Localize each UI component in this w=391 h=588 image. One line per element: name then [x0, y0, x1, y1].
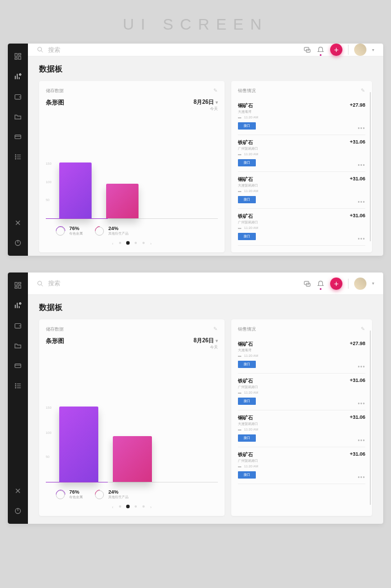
- search-input[interactable]: 搜索: [37, 279, 298, 288]
- date-picker[interactable]: 8月26日 ▾ 今天: [193, 98, 217, 112]
- ytick: 150: [46, 406, 51, 409]
- notification-dot: [320, 54, 322, 56]
- sale-amount: +31.06: [350, 139, 365, 145]
- main-area: 搜索 + ▾ 数据板 储存数据 ✎ 条形图 8月2: [28, 273, 383, 524]
- sale-amount: +31.06: [350, 414, 365, 420]
- sidebar-card-icon[interactable]: [13, 132, 23, 142]
- sale-item: 铁矿石 广州贸易港口 ▬ 11:20 AM 接口 +31.06 •••: [238, 135, 365, 172]
- bell-icon[interactable]: [317, 280, 325, 288]
- pager-next[interactable]: ›: [150, 505, 151, 509]
- more-icon[interactable]: •••: [357, 364, 365, 370]
- edit-icon[interactable]: ✎: [213, 88, 218, 94]
- sidebar-folder-icon[interactable]: [13, 112, 23, 122]
- legend-ring-icon: [95, 490, 104, 499]
- chart-title: 条形图: [46, 98, 64, 107]
- more-icon[interactable]: •••: [357, 400, 365, 407]
- ytick: 150: [46, 162, 51, 165]
- scrollbar[interactable]: [370, 92, 371, 241]
- sale-action-button[interactable]: 接口: [238, 361, 256, 368]
- chart-panel-header: 储存数据: [46, 88, 64, 94]
- sidebar-settings-icon[interactable]: [13, 486, 23, 496]
- sales-panel: 销售情况 ✎ 铜矿石 大连海湾 ▬ 11:20 AM 接口 +27.98 •••: [231, 319, 372, 516]
- search-input[interactable]: 搜索: [37, 46, 298, 54]
- pager-dot[interactable]: [119, 242, 121, 244]
- more-icon[interactable]: •••: [357, 474, 365, 480]
- sale-item: 铁矿石 广州贸易港口 ▬ 11:20 AM 接口 +31.06 •••: [238, 447, 365, 484]
- pager-prev[interactable]: ‹: [112, 505, 113, 509]
- avatar[interactable]: [354, 278, 366, 290]
- chevron-down-icon[interactable]: ▾: [372, 281, 374, 286]
- pager-dot[interactable]: [119, 505, 121, 508]
- more-icon[interactable]: •••: [357, 199, 365, 205]
- add-button[interactable]: +: [330, 44, 342, 56]
- sidebar-card-icon[interactable]: [13, 361, 23, 371]
- sidebar-analytics-icon[interactable]: [13, 300, 23, 310]
- svg-rect-1: [18, 54, 21, 55]
- edit-icon[interactable]: ✎: [361, 88, 365, 94]
- chat-icon[interactable]: [303, 280, 311, 288]
- bar-1: [59, 162, 92, 218]
- sidebar-wallet-icon[interactable]: [13, 321, 23, 331]
- svg-rect-6: [15, 135, 21, 139]
- sale-action-button[interactable]: 接口: [238, 159, 256, 166]
- edit-icon[interactable]: ✎: [361, 326, 365, 332]
- dashboard-window: 搜索 + ▾ 数据板 储存数据 ✎ 条形图 8月2: [8, 273, 383, 524]
- sidebar-list-icon[interactable]: [13, 152, 23, 162]
- page-title: 数据板: [39, 64, 372, 74]
- chart-panel: 储存数据 ✎ 条形图 8月26日 ▾ 今天 150 100 50: [39, 319, 225, 516]
- dashboard-window: 搜索 + ▾ 数据板 储存数据 ✎ 条形图 8月2: [8, 44, 383, 256]
- pager-dot[interactable]: [135, 242, 137, 244]
- sale-amount: +31.06: [350, 377, 365, 383]
- sidebar-list-icon[interactable]: [13, 381, 23, 391]
- legend: 76%有色金属 24%其他衍生产品: [46, 482, 218, 502]
- sale-amount: +31.06: [350, 213, 365, 218]
- pager-dot[interactable]: [142, 242, 145, 244]
- bell-icon[interactable]: [317, 46, 325, 54]
- sidebar-dashboard-icon[interactable]: [13, 280, 23, 290]
- sidebar-power-icon[interactable]: [13, 238, 23, 248]
- sidebar-analytics-icon[interactable]: [13, 71, 23, 82]
- chat-icon[interactable]: [303, 46, 311, 54]
- svg-rect-0: [15, 54, 17, 56]
- svg-rect-3: [15, 58, 17, 59]
- more-icon[interactable]: •••: [357, 162, 365, 168]
- date-picker[interactable]: 8月26日 ▾ 今天: [193, 337, 217, 350]
- content: 数据板 储存数据 ✎ 条形图 8月26日 ▾ 今天 1: [28, 56, 383, 256]
- scrollbar[interactable]: [370, 331, 371, 505]
- pager-prev[interactable]: ‹: [112, 242, 113, 246]
- pager-dot[interactable]: [126, 505, 130, 508]
- edit-icon[interactable]: ✎: [213, 326, 218, 332]
- more-icon[interactable]: •••: [357, 125, 365, 131]
- sale-action-button[interactable]: 接口: [238, 196, 256, 203]
- pager: ‹ ›: [46, 502, 218, 509]
- sidebar-settings-icon[interactable]: [13, 218, 23, 228]
- pager-dot[interactable]: [142, 505, 145, 508]
- sale-action-button[interactable]: 接口: [238, 233, 256, 240]
- legend-item: 76%有色金属: [56, 489, 83, 500]
- avatar[interactable]: [354, 44, 366, 56]
- sidebar-folder-icon[interactable]: [13, 341, 23, 351]
- sale-action-button[interactable]: 接口: [238, 398, 256, 405]
- sale-action-button[interactable]: 接口: [238, 122, 256, 130]
- sale-amount: +31.06: [350, 451, 365, 457]
- sale-amount: +27.98: [350, 341, 365, 346]
- pager-dot[interactable]: [126, 241, 130, 245]
- sales-panel-header: 销售情况: [238, 88, 256, 94]
- svg-point-7: [15, 155, 16, 155]
- add-button[interactable]: +: [330, 278, 342, 290]
- more-icon[interactable]: •••: [357, 236, 365, 242]
- more-icon[interactable]: •••: [357, 437, 365, 443]
- pager-dot[interactable]: [135, 505, 137, 508]
- sale-action-button[interactable]: 接口: [238, 434, 256, 442]
- svg-rect-2: [18, 56, 21, 59]
- pager-next[interactable]: ›: [150, 242, 151, 246]
- sale-action-button[interactable]: 接口: [238, 471, 256, 479]
- page-title: 数据板: [39, 303, 372, 313]
- sidebar-dashboard-icon[interactable]: [13, 51, 23, 61]
- sidebar-wallet-icon[interactable]: [13, 92, 23, 102]
- chevron-down-icon[interactable]: ▾: [372, 47, 374, 52]
- sidebar-power-icon[interactable]: [13, 506, 23, 516]
- bar-2: [113, 436, 152, 482]
- svg-rect-20: [15, 364, 21, 368]
- content: 数据板 储存数据 ✎ 条形图 8月26日 ▾ 今天 1: [28, 295, 383, 524]
